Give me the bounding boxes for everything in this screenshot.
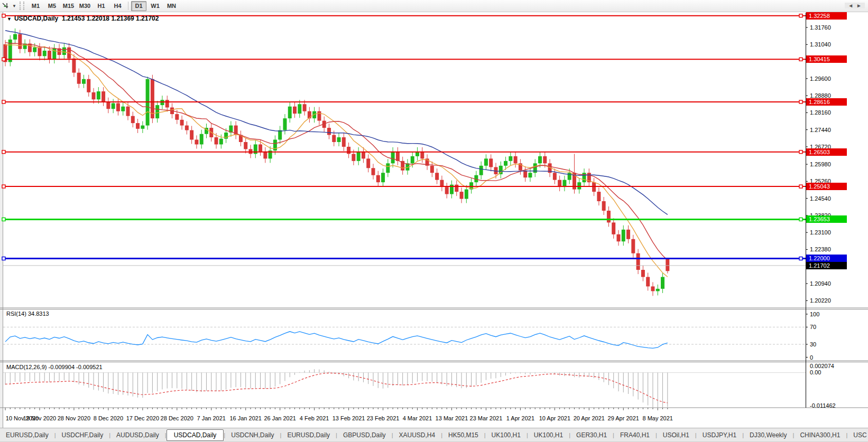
horizontal-levels: [2, 14, 806, 260]
tab-gbpusd-daily[interactable]: GBPUSD,Daily: [337, 430, 392, 440]
price-tick-label: 1.31040: [810, 41, 831, 48]
date-label: 1 Apr 2021: [506, 415, 534, 421]
tab-uk100-h1[interactable]: UK100,H1: [486, 430, 527, 440]
tab-fra40-h1[interactable]: FRA40,H1: [614, 430, 655, 440]
price-level-badge: 1.32258: [806, 12, 847, 20]
toolbar: ▼ M1M5M15M30H1H4D1W1MN: [0, 0, 868, 12]
date-label: 16 Jan 2021: [229, 415, 262, 421]
date-label: 7 Jan 2021: [197, 415, 226, 421]
macd-indicator-label: MACD(12,26,9) -0.009904 -0.009521: [6, 364, 103, 370]
rsi-tick-label: 0: [810, 354, 813, 361]
timeframe-m30-button[interactable]: M30: [77, 1, 93, 11]
date-label: 8 May 2021: [642, 415, 672, 421]
price-level-badge: 1.23653: [806, 215, 847, 223]
date-label: 8 Dec 2020: [94, 415, 123, 421]
timeframe-w1-button[interactable]: W1: [147, 1, 163, 11]
rsi-tick-label: 100: [810, 311, 819, 317]
candlesticks: [4, 29, 670, 296]
date-label: 23 Mar 2021: [470, 415, 503, 421]
timeframe-h1-button[interactable]: H1: [94, 1, 109, 11]
price-tick-label: 1.20220: [810, 297, 831, 304]
toolbar-grip[interactable]: [20, 2, 24, 10]
price-chart-canvas[interactable]: [0, 0, 868, 442]
macd-axis-top-label: 0.002074: [810, 363, 834, 369]
rsi-indicator-label: RSI(14) 34.8313: [6, 311, 49, 317]
price-tick-label: 1.22380: [810, 246, 831, 252]
rsi-tick-label: 70: [810, 324, 816, 330]
tab-dj30-weekly[interactable]: DJ30,Weekly: [744, 430, 792, 440]
tabs-scroll-left-icon[interactable]: ◄: [848, 3, 856, 8]
price-level-badge: 1.22000: [806, 255, 847, 262]
price-tick-label: 1.31760: [810, 24, 831, 31]
macd-axis-zero-label: 0.00: [810, 369, 821, 375]
date-label: 20 Apr 2021: [574, 415, 605, 421]
current-price-badge: 1.21702: [806, 262, 847, 269]
tab-audusd-daily[interactable]: AUDUSD,Daily: [110, 430, 165, 440]
chart-tab-bar: EURUSD,Daily|USDCHF,Daily|AUDUSD,Daily|U…: [0, 428, 868, 441]
tab-usoil-h1[interactable]: USOil,H1: [657, 430, 695, 440]
date-label: 26 Jan 2021: [264, 415, 296, 421]
date-label: 10 Apr 2021: [539, 415, 570, 421]
price-level-badge: 1.25043: [806, 183, 847, 190]
date-label: 28 Dec 2020: [161, 415, 193, 421]
tab-usc[interactable]: USC: [847, 430, 868, 440]
price-tick-label: 1.28160: [810, 109, 831, 116]
tab-uk100-h1[interactable]: UK100,H1: [528, 430, 569, 440]
tab-usdcnh-daily[interactable]: USDCNH,Daily: [225, 430, 280, 440]
chart-ohlc-values: 1.21453 1.22018 1.21369 1.21702: [62, 15, 159, 22]
tab-scroll-arrows: ◄►: [845, 3, 865, 8]
price-level-badge: 1.26503: [806, 148, 847, 156]
macd-panel: [3, 369, 806, 407]
date-label: 17 Dec 2020: [126, 415, 159, 421]
tick-chart-icon[interactable]: [2, 2, 11, 10]
chart-symbol-title: USDCAD,Daily: [14, 15, 58, 22]
rsi-tick-label: 30: [810, 341, 816, 347]
timeframe-d1-button[interactable]: D1: [131, 1, 146, 11]
tab-usdjpy-h1[interactable]: USDJPY,H1: [697, 430, 742, 440]
tab-xauusd-h4[interactable]: XAUUSD,H4: [393, 430, 441, 440]
timeframe-mn-button[interactable]: MN: [164, 1, 179, 11]
tab-usdcad-daily[interactable]: USDCAD,Daily: [167, 429, 224, 441]
tabs-scroll-right-icon[interactable]: ►: [856, 3, 865, 8]
timeframe-m1-button[interactable]: M1: [28, 1, 43, 11]
price-tick-label: 1.27440: [810, 127, 831, 133]
timeframe-m15-button[interactable]: M15: [61, 1, 76, 11]
macd-axis-bottom-label: -0.011462: [810, 402, 836, 409]
tab-ger30-h1[interactable]: GER30,H1: [570, 430, 613, 440]
timeframe-m5-button[interactable]: M5: [44, 1, 60, 11]
price-level-badge: 1.30415: [806, 55, 847, 63]
chart-window-title: ▼USDCAD,Daily 1.21453 1.22018 1.21369 1.…: [7, 15, 159, 22]
tab-china300-h1[interactable]: CHINA300,H1: [794, 430, 846, 440]
price-tick-label: 1.23100: [810, 229, 831, 236]
chart-title-caret-icon: ▼: [7, 16, 12, 22]
price-tick-label: 1.20940: [810, 280, 831, 287]
tab-eurusd-daily[interactable]: EURUSD,Daily: [0, 430, 54, 440]
date-label: 19 Nov 2020: [23, 415, 56, 421]
date-ticks: [5, 408, 668, 410]
price-level-badge: 1.28616: [806, 98, 847, 106]
price-tick-label: 1.24540: [810, 195, 831, 202]
timeframe-button-group: M1M5M15M30H1H4D1W1MN: [27, 1, 180, 11]
date-label: 4 Feb 2021: [300, 415, 329, 421]
date-label: 13 Feb 2021: [333, 415, 365, 421]
timeframe-h4-button[interactable]: H4: [110, 1, 125, 11]
date-label: 29 Apr 2021: [608, 415, 639, 421]
tab-eurusd-daily[interactable]: EURUSD,Daily: [281, 430, 336, 440]
tab-hk50-m15[interactable]: HK50,M15: [442, 430, 484, 440]
date-label: 28 Nov 2020: [58, 415, 90, 421]
tab-usdchf-daily[interactable]: USDCHF,Daily: [56, 430, 109, 440]
moving-average-lines: [5, 31, 668, 277]
toolbar-separator: [128, 2, 128, 10]
price-tick-label: 1.25980: [810, 161, 831, 167]
price-tick-label: 1.29600: [810, 76, 831, 82]
date-label: 23 Feb 2021: [367, 415, 400, 421]
date-label: 13 Mar 2021: [436, 415, 468, 421]
chart-type-dropdown-icon[interactable]: ▼: [11, 4, 17, 8]
rsi-panel: [3, 327, 806, 348]
date-label: 4 Mar 2021: [403, 415, 432, 421]
